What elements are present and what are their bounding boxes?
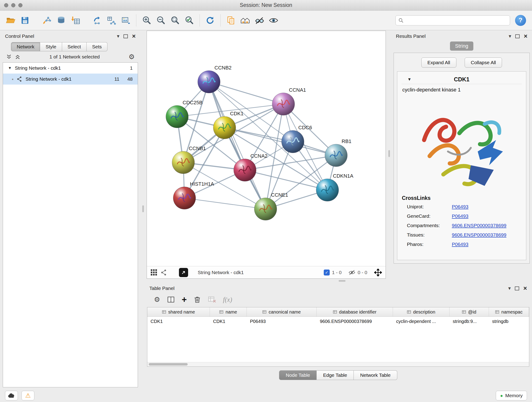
function-builder-icon[interactable]: f(x) xyxy=(223,296,232,303)
close-window-button[interactable] xyxy=(4,3,8,7)
tab-sets[interactable]: Sets xyxy=(87,42,108,51)
refresh-layout-button[interactable] xyxy=(203,14,217,27)
tab-node-table[interactable]: Node Table xyxy=(279,370,317,380)
maximize-window-button[interactable] xyxy=(18,3,22,7)
cell-name[interactable]: CDK1 xyxy=(210,317,247,326)
panel-menu-icon[interactable]: ▾ xyxy=(508,286,511,291)
table-row[interactable]: CDK1 CDK1 P06493 9606.ENSP00000378699 cy… xyxy=(147,317,529,326)
close-panel-icon[interactable]: × xyxy=(132,33,136,39)
right-splitter-handle[interactable] xyxy=(388,150,390,157)
close-panel-icon[interactable]: × xyxy=(524,33,527,39)
zoom-fit-button[interactable] xyxy=(168,14,182,27)
network-edge[interactable] xyxy=(225,128,336,155)
network-canvas[interactable]: CCNB2CCNA1CDC25BCDK1CDC6RB1CCNB1CCNA2CDK… xyxy=(147,31,386,266)
network-view[interactable]: CCNB2CCNA1CDC25BCDK1CDC6RB1CCNB1CCNA2CDK… xyxy=(147,31,386,279)
expand-all-button[interactable]: Expand All xyxy=(421,57,456,68)
cell-database-identifier[interactable]: 9606.ENSP00000378699 xyxy=(317,317,393,326)
copy-style-button[interactable] xyxy=(224,14,238,27)
selected-checkbox-icon[interactable]: ●✓ xyxy=(324,269,330,275)
expand-all-chevron-icon[interactable] xyxy=(6,54,12,60)
network-table-button[interactable] xyxy=(105,14,118,27)
minimize-window-button[interactable] xyxy=(11,3,15,7)
network-node-CCNA2[interactable] xyxy=(234,159,256,181)
tree-expand-icon[interactable]: ▼ xyxy=(8,66,12,70)
column-header-database-identifier[interactable]: database identifier xyxy=(317,307,393,317)
network-node-CCNE1[interactable] xyxy=(254,198,277,220)
network-collection-row[interactable]: ▼ String Network - cdk1 1 xyxy=(3,63,138,74)
collapse-section-icon[interactable]: ▼ xyxy=(407,77,412,82)
column-header-namespace[interactable]: namespac xyxy=(489,307,529,317)
search-box[interactable] xyxy=(395,15,510,26)
table-settings-gear-icon[interactable]: ⚙ xyxy=(154,296,160,303)
tab-network[interactable]: Network xyxy=(11,42,40,51)
trash-icon[interactable] xyxy=(194,296,201,303)
panel-menu-icon[interactable]: ▾ xyxy=(509,34,511,39)
open-session-button[interactable] xyxy=(4,14,17,27)
collapse-all-button[interactable]: Collapse All xyxy=(465,57,502,68)
network-node-RB1[interactable] xyxy=(325,144,347,167)
network-node-CDC25B[interactable] xyxy=(166,105,188,128)
network-node-CDC6[interactable] xyxy=(282,130,304,153)
tab-network-table[interactable]: Network Table xyxy=(354,370,397,380)
float-window-icon[interactable] xyxy=(515,287,519,290)
network-node-HIST1H1A[interactable] xyxy=(173,187,196,209)
cell-shared-name[interactable]: CDK1 xyxy=(147,317,210,326)
gear-icon[interactable]: ⚙ xyxy=(128,53,135,60)
network-row[interactable]: ● String Network - cdk1 11 48 xyxy=(3,74,138,85)
float-window-icon[interactable] xyxy=(123,34,128,38)
zoom-selected-button[interactable] xyxy=(183,14,196,27)
memory-button[interactable]: ● Memory xyxy=(496,391,527,400)
string-view-button[interactable] xyxy=(161,269,167,276)
bottom-splitter-handle[interactable] xyxy=(339,280,346,282)
crosslink-link[interactable]: P06493 xyxy=(452,213,522,219)
tab-string[interactable]: String xyxy=(450,41,473,51)
crosslink-link[interactable]: 9606.ENSP00000378699 xyxy=(452,232,522,238)
network-node-CCNB2[interactable] xyxy=(198,70,220,93)
network-node-CDK1[interactable] xyxy=(213,116,236,139)
network-edge[interactable] xyxy=(209,82,283,104)
crosslink-link[interactable]: P06493 xyxy=(452,242,522,247)
network-node-CDKN1A[interactable] xyxy=(316,179,339,201)
warnings-button[interactable]: ⚠ xyxy=(22,391,34,400)
zoom-out-button[interactable] xyxy=(154,14,167,27)
birdseye-view-button[interactable] xyxy=(179,268,188,277)
search-input[interactable] xyxy=(406,17,507,23)
network-edge[interactable] xyxy=(209,82,266,209)
left-splitter-handle[interactable] xyxy=(142,205,144,212)
export-image-button[interactable] xyxy=(119,14,133,27)
panel-menu-icon[interactable]: ▾ xyxy=(117,34,119,39)
network-edge[interactable] xyxy=(184,198,266,209)
homes-button[interactable] xyxy=(239,14,252,27)
grid-view-button[interactable] xyxy=(151,269,157,276)
cell-id[interactable]: stringdb:9... xyxy=(450,317,489,326)
column-header-id[interactable]: @id xyxy=(450,307,489,317)
tab-edge-table[interactable]: Edge Table xyxy=(317,370,354,380)
add-column-icon[interactable]: + xyxy=(182,295,187,304)
network-node-CCNB1[interactable] xyxy=(172,151,195,174)
collapse-all-chevron-icon[interactable] xyxy=(15,54,21,60)
move-crosshair-icon[interactable] xyxy=(374,269,382,276)
clone-network-button[interactable] xyxy=(91,14,104,27)
column-header-name[interactable]: name xyxy=(210,307,247,317)
close-panel-icon[interactable]: × xyxy=(523,285,527,292)
zoom-in-button[interactable] xyxy=(140,14,153,27)
cell-description[interactable]: cyclin-dependent ... xyxy=(393,317,450,326)
cloud-status-button[interactable] xyxy=(5,391,18,400)
cell-canonical-name[interactable]: P06493 xyxy=(247,317,317,326)
float-window-icon[interactable] xyxy=(515,34,520,38)
tab-style[interactable]: Style xyxy=(40,42,62,51)
show-details-button[interactable] xyxy=(267,14,280,27)
crosslink-link[interactable]: 9606.ENSP00000378699 xyxy=(452,223,522,228)
crosslink-link[interactable]: P06493 xyxy=(452,204,522,210)
scrollbar-thumb[interactable] xyxy=(149,363,188,366)
network-node-CCNA1[interactable] xyxy=(272,93,295,115)
column-header-description[interactable]: description xyxy=(393,307,450,317)
column-header-shared-name[interactable]: shared name xyxy=(147,307,210,317)
save-session-button[interactable] xyxy=(18,14,32,27)
column-header-canonical-name[interactable]: canonical name xyxy=(247,307,317,317)
horizontal-scrollbar[interactable] xyxy=(147,362,529,366)
import-table-button[interactable] xyxy=(69,14,82,27)
columns-icon[interactable] xyxy=(167,296,175,303)
hide-glasses-button[interactable] xyxy=(253,14,266,27)
cell-namespace[interactable]: stringdb xyxy=(489,317,529,326)
